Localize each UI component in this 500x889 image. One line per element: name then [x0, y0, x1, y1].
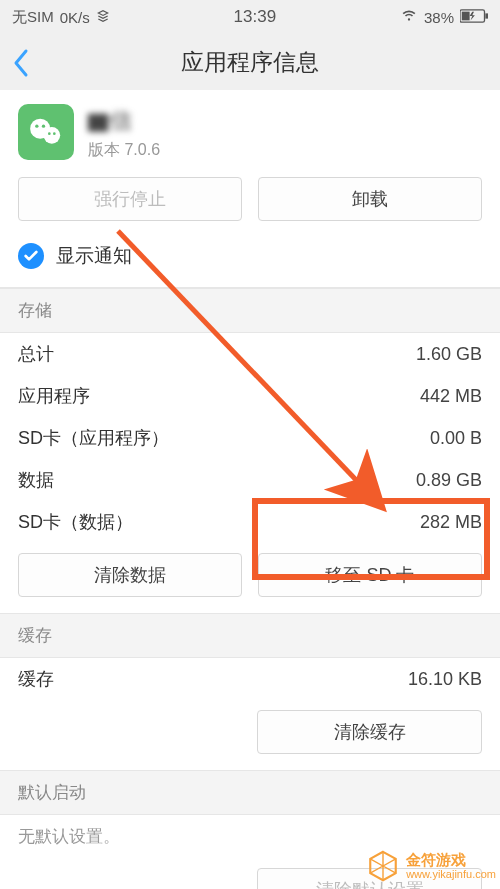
storage-row: 应用程序442 MB	[0, 375, 500, 417]
storage-label: SD卡（应用程序）	[18, 426, 169, 450]
battery-icon	[460, 9, 488, 26]
storage-value: 0.89 GB	[416, 470, 482, 491]
status-bar: 无SIM 0K/s 13:39 38%	[0, 0, 500, 34]
battery-pct: 38%	[424, 9, 454, 26]
default-launch-header: 默认启动	[0, 770, 500, 815]
storage-row: 总计1.60 GB	[0, 333, 500, 375]
storage-actions: 清除数据 移至 SD 卡	[0, 543, 500, 613]
storage-body: 总计1.60 GB 应用程序442 MB SD卡（应用程序）0.00 B 数据0…	[0, 333, 500, 613]
svg-point-6	[42, 125, 45, 128]
watermark-brand: 金符游戏	[406, 852, 496, 869]
storage-row: SD卡（应用程序）0.00 B	[0, 417, 500, 459]
show-notifications-label: 显示通知	[56, 243, 132, 269]
cache-label: 缓存	[18, 667, 54, 691]
storage-row: SD卡（数据）282 MB	[0, 501, 500, 543]
storage-label: 总计	[18, 342, 54, 366]
storage-row: 数据0.89 GB	[0, 459, 500, 501]
storage-label: SD卡（数据）	[18, 510, 133, 534]
storage-header: 存储	[0, 288, 500, 333]
watermark-cube-icon	[366, 849, 400, 883]
clear-data-button[interactable]: 清除数据	[18, 553, 242, 597]
storage-value: 442 MB	[420, 386, 482, 407]
app-icon	[18, 104, 74, 160]
stack-icon	[96, 9, 110, 26]
watermark: 金符游戏 www.yikajinfu.com	[366, 849, 496, 883]
storage-label: 数据	[18, 468, 54, 492]
app-name: ▇信	[88, 106, 160, 136]
cache-header: 缓存	[0, 613, 500, 658]
cache-row: 缓存16.10 KB	[0, 658, 500, 700]
svg-point-7	[48, 132, 51, 135]
page-title: 应用程序信息	[181, 47, 319, 78]
storage-value: 0.00 B	[430, 428, 482, 449]
status-time: 13:39	[234, 7, 277, 27]
force-stop-button[interactable]: 强行停止	[18, 177, 242, 221]
svg-point-8	[53, 132, 56, 135]
app-version: 版本 7.0.6	[88, 140, 160, 161]
svg-point-5	[35, 125, 38, 128]
top-actions: 强行停止 卸载	[0, 171, 500, 235]
header: 应用程序信息	[0, 34, 500, 90]
storage-label: 应用程序	[18, 384, 90, 408]
storage-value: 282 MB	[420, 512, 482, 533]
svg-rect-1	[485, 13, 488, 18]
status-net-speed: 0K/s	[60, 9, 90, 26]
cache-actions: 清除缓存	[0, 700, 500, 770]
svg-point-4	[44, 127, 61, 144]
back-button[interactable]	[12, 48, 30, 82]
watermark-url: www.yikajinfu.com	[406, 868, 496, 880]
uninstall-button[interactable]: 卸载	[258, 177, 482, 221]
move-to-sd-button[interactable]: 移至 SD 卡	[258, 553, 482, 597]
checkmark-icon	[18, 243, 44, 269]
status-sim: 无SIM	[12, 8, 54, 27]
svg-rect-2	[462, 11, 470, 20]
cache-body: 缓存16.10 KB 清除缓存	[0, 658, 500, 770]
storage-value: 1.60 GB	[416, 344, 482, 365]
show-notifications-row[interactable]: 显示通知	[0, 235, 500, 288]
clear-cache-button[interactable]: 清除缓存	[257, 710, 482, 754]
app-info-row: ▇信 版本 7.0.6	[0, 90, 500, 171]
cache-value: 16.10 KB	[408, 669, 482, 690]
wifi-icon	[400, 9, 418, 26]
